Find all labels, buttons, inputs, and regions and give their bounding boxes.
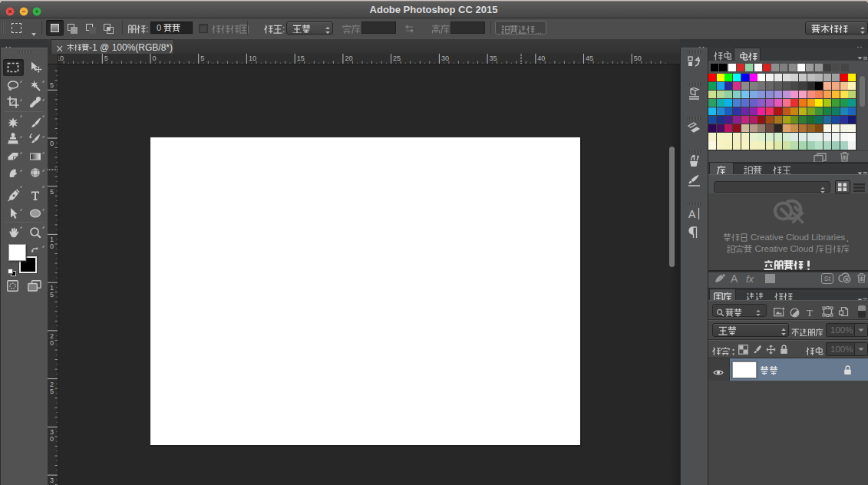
svg-text:5: 5 <box>50 188 54 196</box>
svg-text:40: 40 <box>537 54 545 62</box>
svg-text:5: 5 <box>50 81 54 89</box>
svg-text:0: 0 <box>50 435 54 443</box>
svg-text:45: 45 <box>586 54 593 62</box>
svg-text:35: 35 <box>490 54 497 62</box>
svg-text:0: 0 <box>153 54 157 62</box>
svg-text:0: 0 <box>50 242 54 250</box>
svg-text:30: 30 <box>441 54 449 62</box>
svg-text:15: 15 <box>297 54 305 62</box>
svg-text:20: 20 <box>345 54 352 62</box>
svg-text:0: 0 <box>50 339 54 347</box>
svg-text:5: 5 <box>200 54 204 62</box>
svg-text:10: 10 <box>249 54 256 62</box>
svg-text:0: 0 <box>50 140 54 147</box>
svg-text:5: 5 <box>50 291 54 299</box>
svg-text:5: 5 <box>104 54 108 62</box>
svg-text:5: 5 <box>50 388 54 395</box>
svg-text:A: A <box>688 208 696 220</box>
svg-text:25: 25 <box>393 54 401 62</box>
svg-text:50: 50 <box>634 54 642 62</box>
